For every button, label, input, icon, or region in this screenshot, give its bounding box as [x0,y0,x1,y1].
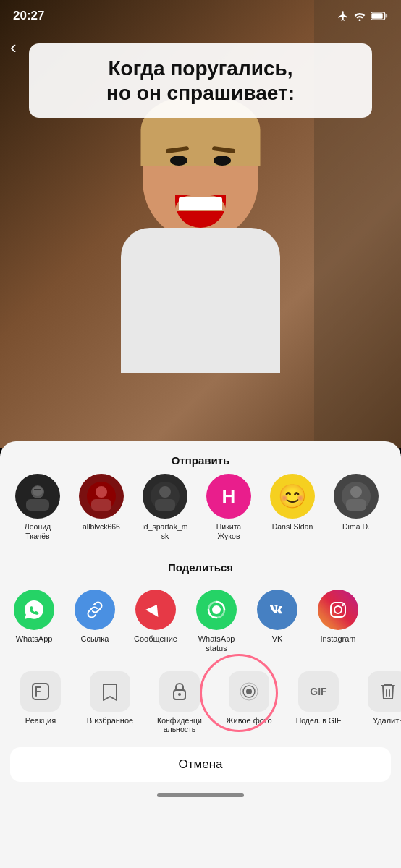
svg-rect-12 [155,499,175,511]
gif-icon: GIF [298,671,339,712]
share-instagram[interactable]: Instagram [308,584,368,659]
share-link[interactable]: Ссылка [65,584,124,659]
share-vk[interactable]: VK [248,584,307,659]
video-text-line2: но он спрашивает: [45,81,356,106]
action-label-delete: Удалить [373,716,401,726]
privacy-icon [159,671,200,712]
svg-point-11 [159,486,171,498]
vk-icon-circle [257,590,297,630]
delete-icon [368,671,401,712]
svg-rect-4 [26,499,49,511]
contacts-row: ЛеонидТкачёв allblvck666 id_spartak_msk … [0,474,401,548]
back-button[interactable]: ‹ [10,36,17,59]
avatar-spartak [143,474,187,519]
contact-name-nikita: НикитаЖуков [216,522,241,540]
contact-leonid[interactable]: ЛеонидТкачёв [9,474,67,540]
status-time: 20:27 [13,9,44,23]
avatar-allblvck [79,474,124,519]
avatar-dima [334,474,379,519]
action-gif[interactable]: GIF Подел. в GIF [285,665,352,740]
instagram-icon-circle [318,590,358,630]
whatsapp-icon-circle [14,590,54,630]
contact-dima[interactable]: Dima D. [327,474,385,540]
svg-point-19 [334,606,342,613]
svg-point-20 [342,604,344,606]
message-icon-circle [135,590,176,630]
svg-rect-1 [371,13,382,19]
contact-dansl[interactable]: 😊 Dansl Sldan [263,474,321,540]
airplane-icon [337,10,349,22]
share-row: WhatsApp Ссылка Сообщение WhatsApp statu… [0,581,401,662]
battery-icon [371,11,388,21]
svg-marker-16 [145,601,163,617]
avatar-leonid [15,474,60,519]
wifi-icon [353,11,366,21]
share-label-vk: VK [272,634,283,644]
contact-name-dima: Dima D. [342,522,370,532]
svg-point-26 [178,693,181,696]
link-icon-circle [75,590,115,630]
contact-allblvck[interactable]: allblvck666 [72,474,130,540]
cancel-button[interactable]: Отмена [10,747,391,782]
action-label-gif: Подел. в GIF [296,716,342,726]
share-header: Поделиться [0,548,401,581]
action-reaction[interactable]: Реакция [7,665,74,740]
whatsapp-status-icon-circle [196,590,237,630]
share-label-link: Ссылка [81,634,109,644]
video-text-overlay: Когда поругались, но он спрашивает: [29,43,372,118]
share-whatsapp-status[interactable]: WhatsApp status [187,584,246,659]
action-row: Реакция В избранное Конфиденциальность Ж… [0,663,401,743]
svg-point-8 [96,486,107,498]
share-label-instagram: Instagram [321,634,356,644]
svg-rect-9 [91,499,111,511]
svg-point-27 [246,689,252,694]
share-label-whatsapp: WhatsApp [16,634,53,644]
action-label-favorite: В избранное [87,716,133,726]
contact-name-spartak: id_spartak_msk [142,522,187,540]
svg-point-17 [212,605,221,614]
avatar-nikita: Н [206,474,251,519]
svg-rect-2 [386,14,388,17]
share-label-message: Сообщение [134,634,177,644]
reaction-icon [20,671,61,712]
action-delete[interactable]: Удалить [355,665,401,740]
contact-name-leonid: ЛеонидТкачёв [25,522,51,540]
contact-name-allblvck: allblvck666 [83,522,120,532]
share-label-whatsapp-status: WhatsApp status [188,634,245,653]
share-whatsapp[interactable]: WhatsApp [4,584,64,659]
status-bar: 20:27 [0,0,401,32]
action-label-reaction: Реакция [25,716,56,726]
contact-spartak[interactable]: id_spartak_msk [136,474,194,540]
action-privacy[interactable]: Конфиденциальность [146,665,213,740]
svg-point-14 [350,486,362,498]
svg-point-5 [33,486,43,496]
favorite-icon [90,671,130,712]
status-icons [337,10,388,22]
contact-nikita[interactable]: Н НикитаЖуков [200,474,258,540]
contact-name-dansl: Dansl Sldan [272,522,313,532]
avatar-dansl: 😊 [270,474,315,519]
send-header: Отправить [0,441,401,474]
svg-rect-15 [346,499,366,511]
video-text-line1: Когда поругались, [45,56,356,81]
action-live-photo[interactable]: Живое фото [216,665,282,740]
bottom-sheet: Отправить ЛеонидТкачёв allblvck666 id_sp… [0,441,401,868]
live-photo-icon [229,671,269,712]
home-indicator [0,786,401,805]
action-label-live-photo: Живое фото [226,716,271,726]
action-favorite[interactable]: В избранное [77,665,143,740]
action-label-privacy: Конфиденциальность [157,716,202,734]
share-message[interactable]: Сообщение [126,584,185,659]
home-bar [157,793,244,797]
